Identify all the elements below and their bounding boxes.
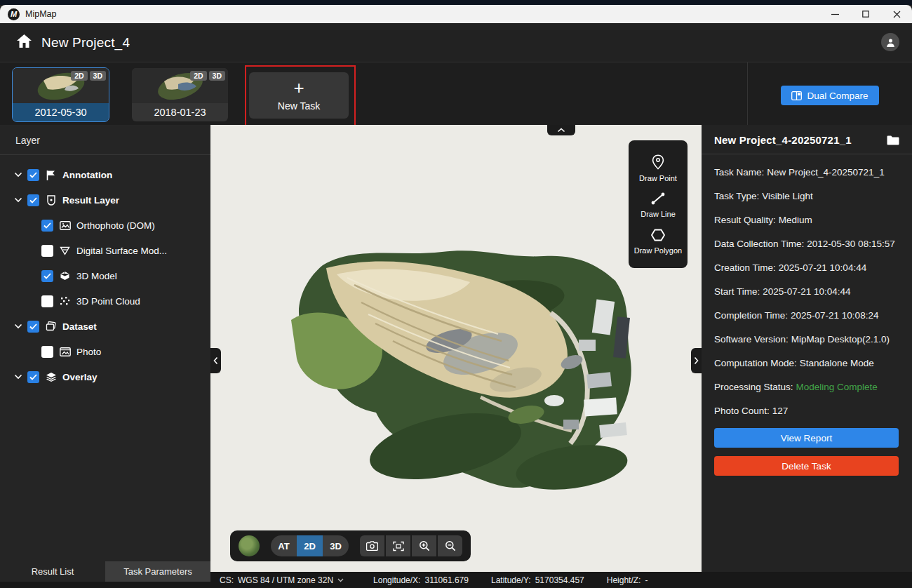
- checkbox-unchecked[interactable]: [41, 295, 53, 307]
- draw-polygon-button[interactable]: Draw Polygon: [634, 228, 682, 255]
- strip-divider: [747, 62, 748, 126]
- layer-item-overlay[interactable]: Overlay: [0, 364, 210, 389]
- orthophoto-map[interactable]: [270, 236, 663, 509]
- badge-3d: 3D: [90, 71, 106, 81]
- user-avatar[interactable]: [881, 33, 899, 51]
- checkbox-checked[interactable]: [27, 321, 39, 333]
- checkbox-unchecked[interactable]: [41, 245, 53, 257]
- chevron-up-icon: [557, 128, 565, 133]
- mode-at-button[interactable]: AT: [271, 535, 297, 556]
- checkbox-checked[interactable]: [27, 194, 39, 206]
- chevron-down-icon: [337, 578, 344, 582]
- app-header: New Project_4: [0, 23, 912, 62]
- row-photo-count: Photo Count:127: [714, 404, 899, 418]
- folder-icon[interactable]: [887, 135, 899, 145]
- map-canvas[interactable]: Draw Point Draw Line Draw Polygon AT 2D: [210, 125, 702, 572]
- basemap-thumbnail[interactable]: [239, 535, 260, 556]
- height-readout: Height/Z:-: [607, 575, 648, 585]
- layer-item-photo[interactable]: Photo: [0, 339, 210, 364]
- zoom-out-button[interactable]: [438, 535, 462, 556]
- sidebar-bottom-strip: [0, 582, 210, 588]
- new-task-button[interactable]: + New Task: [249, 72, 349, 119]
- badge-2d: 2D: [190, 71, 206, 81]
- page-title: New Project_4: [41, 35, 130, 51]
- chevron-down-icon[interactable]: [14, 197, 22, 203]
- dual-compare-button[interactable]: Dual Compare: [781, 86, 879, 105]
- row-completion-time: Completion Time:2025-07-21 10:08:24: [714, 309, 899, 323]
- map-tool-buttons: [360, 535, 462, 556]
- view-report-button[interactable]: View Report: [714, 428, 899, 448]
- layer-item-orthophoto[interactable]: Orthophoto (DOM): [0, 213, 210, 238]
- layer-item-dsm[interactable]: Digital Surface Mod...: [0, 238, 210, 263]
- collapse-right-handle[interactable]: [691, 348, 702, 373]
- checkbox-checked[interactable]: [27, 371, 39, 383]
- badge-icon: [45, 195, 57, 206]
- draw-tools-panel: Draw Point Draw Line Draw Polygon: [629, 140, 688, 268]
- collapse-up-handle[interactable]: [547, 125, 575, 135]
- task-badges: 2D 3D: [71, 71, 106, 81]
- chevron-down-icon[interactable]: [14, 172, 22, 178]
- zoom-in-button[interactable]: [412, 535, 436, 556]
- app-name: MipMap: [25, 9, 56, 19]
- layer-item-result-layer[interactable]: Result Layer: [0, 187, 210, 213]
- coordinate-system-selector[interactable]: CS: WGS 84 / UTM zone 32N: [220, 575, 344, 585]
- tab-result-list[interactable]: Result List: [0, 561, 105, 582]
- chevron-left-icon: [213, 356, 218, 365]
- chevron-down-icon[interactable]: [14, 323, 22, 329]
- collapse-left-handle[interactable]: [210, 348, 221, 373]
- checkbox-checked[interactable]: [27, 169, 39, 181]
- layer-item-annotation[interactable]: Annotation: [0, 162, 210, 187]
- task-date: 2012-05-30: [13, 103, 109, 121]
- dataset-icon: [45, 321, 57, 331]
- close-button[interactable]: [881, 5, 912, 23]
- app-logo-icon: M: [8, 8, 20, 20]
- checkbox-checked[interactable]: [41, 220, 53, 232]
- latitude-readout: Latitude/Y:5170354.457: [491, 575, 584, 585]
- row-data-collection-time: Data Collection Time:2012-05-30 08:15:57: [714, 237, 899, 251]
- status-bar: CS: WGS 84 / UTM zone 32N Longitude/X:31…: [210, 572, 912, 588]
- task-strip: 2D 3D 2012-05-30 2D 3D 2018-01-23: [0, 62, 912, 125]
- home-icon[interactable]: [17, 34, 32, 51]
- titlebar: M MipMap: [0, 5, 912, 23]
- fit-view-button[interactable]: [386, 535, 410, 556]
- triangle-icon: [59, 246, 71, 255]
- draw-point-button[interactable]: Draw Point: [639, 154, 677, 182]
- tab-task-parameters[interactable]: Task Parameters: [105, 561, 210, 582]
- badge-3d: 3D: [209, 71, 225, 81]
- task-card-2012[interactable]: 2D 3D 2012-05-30: [13, 68, 109, 121]
- checkbox-checked[interactable]: [41, 270, 53, 282]
- sidebar-tabs: Result List Task Parameters: [0, 561, 210, 582]
- screenshot-button[interactable]: [360, 535, 384, 556]
- mode-3d-button[interactable]: 3D: [323, 535, 349, 556]
- row-start-time: Start Time:2025-07-21 10:04:44: [714, 285, 899, 299]
- row-creation-time: Creation Time:2025-07-21 10:04:44: [714, 261, 899, 275]
- row-computation-mode: Computation Mode:Standalone Mode: [714, 356, 899, 370]
- draw-line-button[interactable]: Draw Line: [641, 192, 676, 218]
- minimize-button[interactable]: [819, 5, 850, 23]
- plus-icon: +: [293, 79, 304, 96]
- view-mode-switch: AT 2D 3D: [271, 535, 349, 556]
- mode-2d-button[interactable]: 2D: [297, 535, 323, 556]
- task-parameters-panel: New Project_4-20250721_1 Task Name:New P…: [702, 125, 912, 588]
- layer-item-3d-point-cloud[interactable]: 3D Point Cloud: [0, 288, 210, 314]
- zoom-out-icon: [445, 540, 456, 552]
- checkbox-unchecked[interactable]: [41, 346, 53, 358]
- task-thumbnail: 2D 3D: [13, 68, 109, 103]
- task-card-2018[interactable]: 2D 3D 2018-01-23: [132, 68, 228, 121]
- layer-item-3d-model[interactable]: 3D Model: [0, 263, 210, 288]
- delete-task-button[interactable]: Delete Task: [714, 456, 899, 476]
- coordinate-system-value: WGS 84 / UTM zone 32N: [238, 575, 333, 585]
- maximize-button[interactable]: [850, 5, 881, 23]
- row-software-version: Software Version:MipMap Desktop(2.1.0): [714, 333, 899, 347]
- task-panel-header: New Project_4-20250721_1: [702, 125, 912, 154]
- pin-icon: [651, 154, 665, 170]
- chevron-down-icon[interactable]: [14, 374, 22, 380]
- app-window: M MipMap New Project_4: [0, 0, 912, 588]
- status-badge: Modeling Complete: [796, 382, 878, 392]
- layer-sidebar: Layer Annotation Result Layer Orthophoto…: [0, 125, 210, 588]
- photo-icon: [59, 347, 71, 356]
- zoom-in-icon: [419, 540, 430, 552]
- chevron-right-icon: [694, 356, 699, 365]
- layer-item-dataset[interactable]: Dataset: [0, 314, 210, 339]
- row-result-quality: Result Quality:Medium: [714, 213, 899, 227]
